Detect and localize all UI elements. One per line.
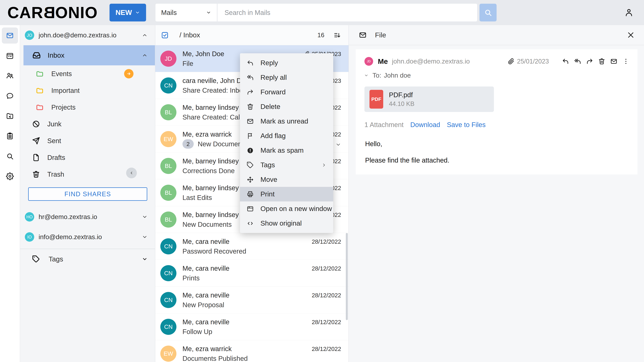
menu-item-label: Add flag <box>260 132 286 140</box>
menu-item-add-flag[interactable]: Add flag <box>240 129 333 143</box>
list-scrollbar[interactable] <box>346 233 348 320</box>
body-line: Hello, <box>365 140 638 148</box>
select-all-checkbox[interactable] <box>161 31 169 39</box>
more-actions-button[interactable] <box>622 58 630 65</box>
folder-events[interactable]: Events <box>20 65 155 82</box>
folder-projects[interactable]: Projects <box>20 99 155 116</box>
sidebar-collapse-button[interactable] <box>126 168 137 178</box>
attachment-chip[interactable]: PDF PDF.pdf 44.10 KB <box>364 86 494 112</box>
close-button[interactable] <box>627 31 634 39</box>
mail-context-menu: Reply Reply all Forward Delete Mark as u… <box>240 53 333 233</box>
search-button[interactable] <box>480 4 496 21</box>
account-info[interactable]: IO info@demo.zextras.io <box>20 227 155 247</box>
chevron-down-icon[interactable] <box>142 256 148 262</box>
rail-item-tasks[interactable] <box>2 128 18 144</box>
menu-item-mark-as-spam[interactable]: Mark as spam <box>240 143 333 158</box>
chevron-up-icon[interactable] <box>142 52 148 58</box>
avatar: EW <box>160 346 176 362</box>
mail-date: 28/12/2022 <box>312 319 341 326</box>
primary-account-row[interactable]: JO john.doe@demo.zextras.io <box>20 25 155 45</box>
sidebar-item-inbox[interactable]: Inbox <box>24 45 155 65</box>
mail-list-item[interactable]: CN Me, cara neville New Proposal 28/12/2… <box>155 287 348 313</box>
mail-subject: Prints <box>182 274 200 282</box>
forward-button[interactable] <box>586 58 593 65</box>
sidebar-item-tags[interactable]: Tags <box>20 249 155 269</box>
avatar: BL <box>160 104 176 120</box>
avatar: BL <box>160 185 176 201</box>
folder-label: Events <box>51 70 72 78</box>
mail-list-item[interactable]: CN Me, cara neville Prints 28/12/2022 <box>155 260 348 287</box>
menu-item-print[interactable]: Print <box>240 187 333 201</box>
menu-item-mark-as-unread[interactable]: Mark as unread <box>240 114 333 129</box>
rail-item-chats[interactable] <box>2 88 18 104</box>
menu-item-tags[interactable]: Tags <box>240 158 333 172</box>
folder-junk[interactable]: Junk <box>20 116 155 132</box>
menu-item-label: Open on a new window <box>260 205 332 213</box>
mail-list-item[interactable]: CN Me, cara neville Follow Up 28/12/2022 <box>155 313 348 340</box>
reply-all-button[interactable] <box>574 58 581 65</box>
reading-pane-tab[interactable]: File <box>349 25 644 45</box>
avatar: JD <box>364 57 373 66</box>
menu-item-label: Reply all <box>260 73 287 81</box>
sort-button[interactable] <box>334 31 341 39</box>
sort-icon <box>334 31 341 39</box>
carbonio-logo: CARBONIO <box>8 3 98 22</box>
menu-item-move[interactable]: Move <box>240 172 333 187</box>
mail-participants: Me, cara neville <box>182 237 308 246</box>
avatar: BL <box>160 212 176 228</box>
search-scope-select[interactable]: Mails <box>156 4 217 21</box>
forward-icon <box>586 58 593 65</box>
avatar: JO <box>25 30 34 40</box>
chevron-down-icon[interactable] <box>142 234 148 240</box>
chevron-down-icon[interactable] <box>142 214 148 220</box>
folder-drafts[interactable]: Drafts <box>20 149 155 166</box>
menu-item-label: Mark as unread <box>260 117 308 125</box>
shared-accounts: HO hr@demo.zextras.io IO info@demo.zextr… <box>20 207 155 247</box>
avatar: IO <box>25 232 34 242</box>
account-hr[interactable]: HO hr@demo.zextras.io <box>20 207 155 227</box>
envelope-icon <box>610 58 617 65</box>
menu-item-forward[interactable]: Forward <box>240 85 333 99</box>
mail-subject: Share Created: Inbox <box>182 87 246 94</box>
delete-button[interactable] <box>598 58 605 65</box>
paperclip-icon <box>508 58 514 64</box>
menu-item-reply[interactable]: Reply <box>240 56 333 70</box>
new-button[interactable]: NEW <box>110 4 146 21</box>
save-to-files-link[interactable]: Save to Files <box>447 121 486 129</box>
download-all-link[interactable]: Download <box>410 121 440 129</box>
attachment-actions: 1 Attachment Download Save to Files <box>364 121 638 129</box>
tag-icon <box>32 255 40 263</box>
rail-item-settings[interactable] <box>2 168 18 184</box>
rail-item-mail[interactable] <box>2 27 18 43</box>
find-shares-button[interactable]: FIND SHARES <box>28 187 147 201</box>
mail-list-header: / Inbox 16 <box>155 25 348 45</box>
folder-icon <box>36 87 44 94</box>
menu-item-reply-all[interactable]: Reply all <box>240 70 333 85</box>
folder-important[interactable]: Important <box>20 82 155 99</box>
recipients-row[interactable]: To: John doe <box>364 72 638 79</box>
chevron-up-icon[interactable] <box>142 32 148 38</box>
rail-item-calendar[interactable] <box>2 48 18 64</box>
tab-title: File <box>375 31 627 39</box>
reply-button[interactable] <box>562 58 569 65</box>
account-button[interactable] <box>624 8 633 17</box>
mark-unread-button[interactable] <box>610 58 617 65</box>
rail-item-search[interactable] <box>2 148 18 164</box>
menu-item-label: Print <box>260 190 274 198</box>
menu-item-open-new-window[interactable]: Open on a new window <box>240 201 333 216</box>
menu-item-show-original[interactable]: Show original <box>240 216 333 231</box>
mail-subject: Password Recovered <box>182 248 246 255</box>
check-square-icon <box>161 31 169 39</box>
mail-subject: New Documents <box>198 140 247 148</box>
menu-item-delete[interactable]: Delete <box>240 99 333 114</box>
mail-list-item[interactable]: EW Me, ezra warrick Documents Published … <box>155 340 348 362</box>
shared-folder-badge <box>124 69 134 78</box>
mail-participants: Me, cara neville <box>182 264 308 273</box>
rail-item-contacts[interactable] <box>2 68 18 84</box>
search-bar: Mails <box>156 4 496 21</box>
mail-list-item[interactable]: CN Me, cara neville Password Recovered 2… <box>155 233 348 260</box>
expand-conversation-button[interactable] <box>336 142 341 147</box>
rail-item-files[interactable] <box>2 108 18 124</box>
search-input[interactable] <box>218 4 477 21</box>
folder-sent[interactable]: Sent <box>20 132 155 149</box>
